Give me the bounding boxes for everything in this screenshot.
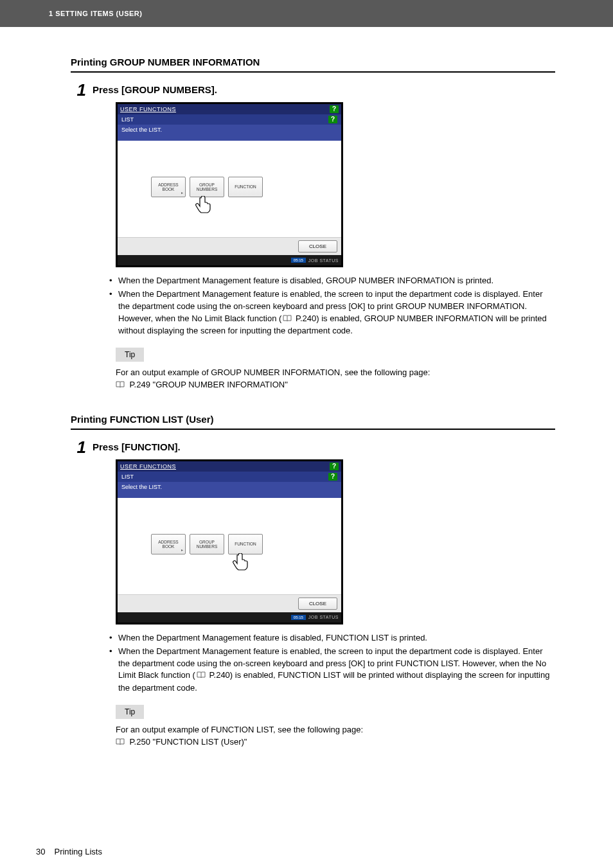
function-button[interactable]: FUNCTION <box>228 177 263 197</box>
shot-a-time: 05:15 <box>291 258 306 263</box>
bullet-b-1: When the Department Management feature i… <box>109 632 555 644</box>
chevron-right-icon: ▸ <box>181 191 183 195</box>
section-b-title: Printing FUNCTION LIST (User) <box>71 414 555 425</box>
step-number-b: 1 <box>71 439 93 456</box>
header-bar: 1 SETTING ITEMS (USER) <box>0 0 613 27</box>
section-b-divider <box>71 429 555 430</box>
section-a-main: GROUP NUMBER INFORMATION <box>110 57 260 67</box>
book-icon <box>116 380 125 392</box>
address-book-button[interactable]: ADDRESS BOOK▸ <box>151 177 186 197</box>
hand-pointer-icon <box>232 553 249 571</box>
step-title-b: Press [FUNCTION]. <box>93 439 181 452</box>
section-b-step: 1 Press [FUNCTION]. <box>71 439 555 456</box>
tip-label-b: Tip <box>116 705 144 719</box>
help-icon-2[interactable]: ? <box>328 473 337 481</box>
section-a-bullets: When the Department Management feature i… <box>109 275 555 337</box>
section-a-step: 1 Press [GROUP NUMBERS]. <box>71 82 555 98</box>
shot-a-title: USER FUNCTIONS <box>120 106 176 112</box>
section-b-bullets: When the Department Management feature i… <box>109 632 555 695</box>
tip-label-a: Tip <box>116 348 144 362</box>
section-b-main: FUNCTION LIST (User) <box>110 414 214 425</box>
header-text: 1 SETTING ITEMS (USER) <box>49 10 142 17</box>
chevron-right-icon: ▸ <box>181 548 183 553</box>
help-icon[interactable]: ? <box>330 105 339 113</box>
function-button[interactable]: FUNCTION <box>228 534 263 554</box>
book-icon <box>197 670 206 682</box>
shot-a-instruction: Select the LIST. <box>118 125 341 141</box>
shot-a-list-label: LIST <box>121 116 134 123</box>
page-number: 30 <box>36 847 45 856</box>
step-title-a: Press [GROUP NUMBERS]. <box>93 82 217 95</box>
section-a-title: Printing GROUP NUMBER INFORMATION <box>71 57 555 67</box>
screenshot-b: USER FUNCTIONS ? LIST ? Select the LIST.… <box>116 459 343 624</box>
close-button[interactable]: CLOSE <box>298 598 337 610</box>
bullet-a-1: When the Department Management feature i… <box>109 275 555 287</box>
screenshot-a: USER FUNCTIONS ? LIST ? Select the LIST.… <box>116 102 343 267</box>
section-a-prefix: Printing <box>71 57 110 67</box>
shot-b-list-label: LIST <box>121 474 134 480</box>
bullet-a-2: When the Department Management feature i… <box>109 288 555 337</box>
job-status-button[interactable]: JOB STATUS <box>308 258 339 263</box>
page-footer: 30Printing Lists <box>36 847 102 856</box>
book-icon <box>283 314 292 326</box>
step-number-a: 1 <box>71 82 93 98</box>
group-numbers-button[interactable]: GROUP NUMBERS <box>190 177 224 197</box>
hand-pointer-icon <box>195 196 211 214</box>
shot-b-time: 05:15 <box>291 615 306 620</box>
shot-b-instruction: Select the LIST. <box>118 482 341 498</box>
book-icon <box>116 737 125 749</box>
tip-text-a: For an output example of GROUP NUMBER IN… <box>116 367 555 392</box>
tip-text-b: For an output example of FUNCTION LIST, … <box>116 724 555 749</box>
group-numbers-button[interactable]: GROUP NUMBERS <box>190 534 224 554</box>
section-a-divider <box>71 71 555 73</box>
help-icon-2[interactable]: ? <box>328 116 337 123</box>
section-b-prefix: Printing <box>71 414 110 425</box>
help-icon[interactable]: ? <box>330 463 339 470</box>
close-button[interactable]: CLOSE <box>298 240 337 252</box>
shot-b-title: USER FUNCTIONS <box>120 463 176 470</box>
address-book-button[interactable]: ADDRESS BOOK▸ <box>151 534 186 554</box>
footer-section: Printing Lists <box>54 847 102 856</box>
job-status-button[interactable]: JOB STATUS <box>308 615 339 619</box>
bullet-b-2: When the Department Management feature i… <box>109 646 555 695</box>
